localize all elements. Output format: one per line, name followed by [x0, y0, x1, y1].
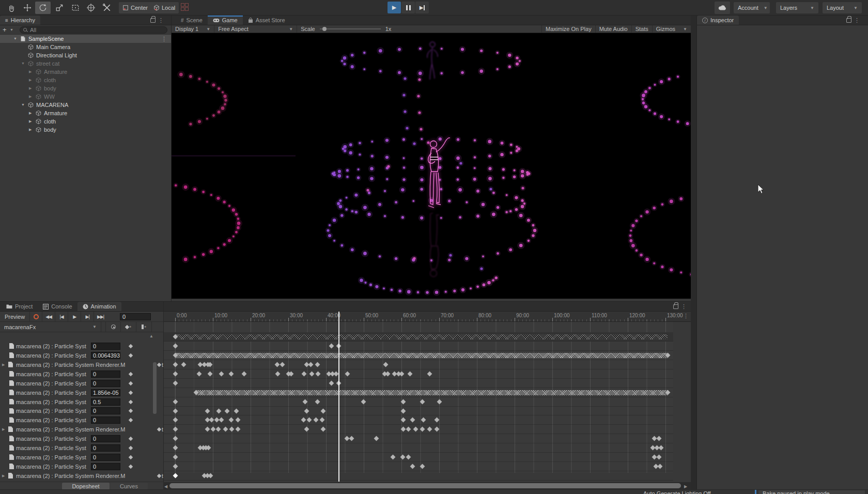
keyframe-diamond[interactable] [658, 464, 663, 469]
keyframe-diamond[interactable] [228, 418, 234, 423]
keyframe-diamond[interactable] [321, 427, 326, 432]
expander-closed-icon[interactable]: ▶ [29, 70, 32, 74]
keyframe-diamond[interactable] [349, 436, 354, 441]
animation-track-2[interactable]: macarena (2) : Particle Syst0.0064393 [0, 351, 163, 360]
scale-slider[interactable] [320, 28, 381, 29]
hierarchy-item-cloth[interactable]: ▶cloth [0, 76, 171, 84]
keyframe-diamond[interactable] [420, 399, 425, 404]
keyframe-diamond[interactable] [173, 408, 178, 413]
keyframe-diamond[interactable] [308, 362, 314, 367]
keyframe-diamond[interactable] [406, 427, 411, 432]
keyframe-diamond[interactable] [274, 362, 280, 367]
pivot-center-button[interactable]: Center [119, 2, 151, 13]
keyframe-diamond[interactable] [210, 427, 215, 432]
keyframe-diamond[interactable] [275, 371, 281, 376]
scroll-left-arrow[interactable]: ◀ [164, 484, 167, 489]
tab-game[interactable]: Game [208, 16, 243, 25]
keyframe-diamond[interactable] [385, 371, 391, 376]
keyframe-diamond[interactable] [345, 371, 350, 376]
keyframe-diamond[interactable] [420, 464, 425, 469]
dopesheet-mode-button[interactable]: Dopesheet [62, 483, 110, 490]
keyframe-diamond[interactable] [219, 371, 224, 376]
timeline-hscrollbar[interactable]: ◀ ▶ [163, 482, 691, 489]
animation-track-4[interactable]: macarena (2) : Particle Syst0 [0, 369, 163, 379]
keyframe-diamond[interactable] [197, 371, 202, 376]
hierarchy-item-street-cat[interactable]: ▼street cat [0, 59, 171, 68]
keyframe-diamond[interactable] [304, 427, 309, 432]
animation-track-7[interactable]: macarena (2) : Particle Syst0.5 [0, 397, 163, 407]
keyframe-diamond[interactable] [427, 427, 432, 432]
keyframe-diamond[interactable] [207, 371, 212, 376]
cloud-button[interactable] [715, 2, 730, 14]
keyframe-diamond[interactable] [383, 362, 388, 367]
keyframe-diamond[interactable] [374, 436, 379, 441]
hierarchy-item-armature[interactable]: ▶Armature [0, 109, 171, 117]
keyframe-diamond[interactable] [408, 371, 413, 376]
expander-closed-icon[interactable]: ▶ [29, 95, 32, 99]
dopesheet-track-row-3[interactable] [164, 360, 673, 369]
keyframe-diamond[interactable] [309, 371, 315, 376]
hand-tool[interactable] [4, 2, 19, 14]
keyframe-diamond[interactable] [315, 362, 320, 367]
expander-closed-icon[interactable]: ▶ [2, 427, 5, 431]
inspector-menu-icon[interactable]: ⋮ [854, 17, 860, 24]
expander-closed-icon[interactable]: ▶ [29, 86, 32, 90]
layers-dropdown[interactable]: Layers▼ [776, 2, 818, 13]
keyframe-diamond[interactable] [435, 427, 440, 432]
dopesheet-track-row-15[interactable] [164, 471, 673, 481]
expander-open-icon[interactable]: ▼ [21, 61, 25, 65]
keyframe-diamond[interactable] [208, 473, 213, 478]
keyframe-diamond[interactable] [173, 344, 178, 349]
pause-button[interactable] [401, 2, 415, 13]
track-value-input[interactable]: 0 [91, 416, 120, 424]
keyframe-diamond[interactable] [234, 408, 239, 413]
ruler-menu-icon[interactable]: ⋮ [683, 313, 689, 319]
expander-closed-icon[interactable]: ▶ [29, 128, 32, 132]
expander-closed-icon[interactable]: ▶ [29, 111, 32, 115]
keyframe-diamond[interactable] [301, 418, 306, 423]
track-value-input[interactable]: 0 [91, 454, 120, 461]
keyframe-diamond[interactable] [304, 408, 309, 413]
keyframe-diamond[interactable] [313, 418, 318, 423]
animation-track-10[interactable]: ▶macarena (2) : Particle System Renderer… [0, 425, 163, 434]
track-value-input[interactable]: 0 [91, 444, 120, 452]
dopesheet-track-row-1[interactable] [164, 342, 673, 351]
rect-tool[interactable] [68, 2, 83, 14]
animation-track-8[interactable]: macarena (2) : Particle Syst0 [0, 407, 163, 416]
keyframe-diamond[interactable] [289, 371, 294, 376]
keyframe-diamond[interactable] [242, 371, 247, 376]
pivot-local-button[interactable]: Local [150, 2, 179, 13]
keyframe-diamond[interactable] [306, 418, 312, 423]
scroll-right-arrow[interactable]: ▶ [684, 484, 687, 489]
keyframe-diamond[interactable] [280, 362, 285, 367]
track-list-scrollbar[interactable] [153, 362, 157, 414]
keyframe-diamond[interactable] [205, 408, 210, 413]
keyframe-diamond[interactable] [420, 427, 425, 432]
keyframe-diamond[interactable] [219, 418, 224, 423]
dopesheet-track-row-2[interactable] [164, 351, 673, 360]
lock-icon[interactable] [150, 18, 156, 23]
hierarchy-item-cloth[interactable]: ▶cloth [0, 117, 171, 126]
keyframe-diamond[interactable] [315, 399, 320, 404]
keyframe-diamond[interactable] [427, 371, 432, 376]
aspect-dropdown[interactable]: Free Aspect▼ [214, 25, 297, 33]
keyframe-diamond[interactable] [173, 371, 178, 376]
mute-audio-button[interactable]: Mute Audio [595, 25, 631, 33]
dopesheet-track-row-9[interactable] [164, 415, 673, 425]
keyframe-diamond[interactable] [302, 371, 307, 376]
keyframe-diamond[interactable] [181, 362, 187, 367]
maximize-on-play-button[interactable]: Maximize On Play [541, 25, 595, 33]
stats-button[interactable]: Stats [631, 25, 652, 33]
keyframe-diamond[interactable] [410, 418, 415, 423]
keyframe-diamond[interactable] [399, 371, 405, 376]
transform-tool[interactable] [83, 2, 99, 14]
keyframe-diamond[interactable] [173, 473, 178, 478]
layout-dropdown[interactable]: Layout▼ [823, 2, 862, 13]
game-viewport[interactable] [172, 33, 691, 299]
dopesheet-track-row-14[interactable] [164, 462, 673, 471]
expander-closed-icon[interactable]: ▶ [29, 78, 32, 82]
hierarchy-search-input[interactable]: All [20, 26, 167, 34]
curves-mode-button[interactable]: Curves [110, 483, 148, 490]
keyframe-diamond[interactable] [410, 464, 415, 469]
scale-tool[interactable] [52, 2, 67, 14]
